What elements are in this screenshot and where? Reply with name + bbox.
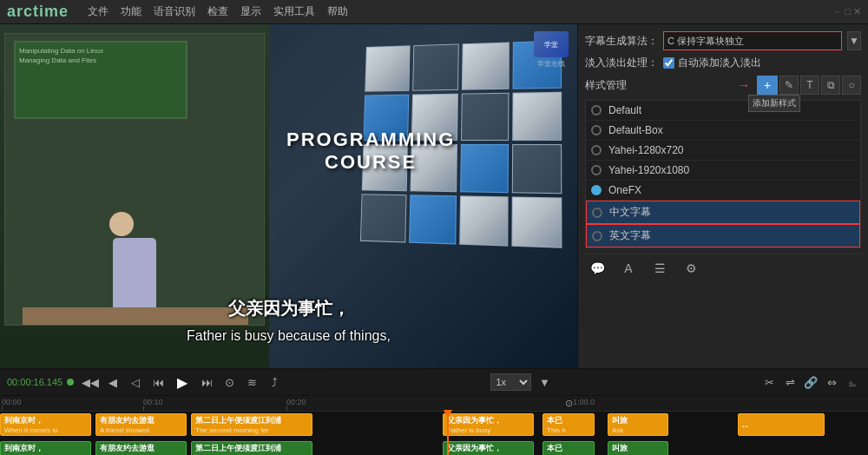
subtitle-en: Father is busy because of things, [0, 328, 577, 344]
watermark-icon: 学堂 [534, 31, 569, 57]
classroom-inner: Manipulating Data on Linux Managing Data… [4, 33, 265, 326]
style-mgmt-label: 样式管理 [585, 78, 738, 93]
cn-block-0[interactable]: 到南京时，When it comes to [0, 413, 91, 436]
style-label-5: 中文字幕 [609, 205, 651, 220]
speed-select[interactable]: 1x 0.5x 1.5x 2x [490, 373, 531, 391]
edit-style-btn[interactable]: ✎ [779, 76, 799, 95]
fade-checkbox[interactable] [663, 57, 674, 69]
export-btn[interactable]: ⤴ [266, 373, 283, 391]
cn-block-sub-text-0: When it comes to [4, 426, 87, 434]
style-label-0: Default [608, 104, 641, 116]
video-content: Manipulating Data on Linux Managing Data… [0, 24, 577, 368]
menu-speech[interactable]: 语音识别 [154, 4, 195, 19]
menu-tools[interactable]: 实用工具 [273, 4, 315, 19]
cn-block-main-text-0: 到南京时， [4, 415, 87, 426]
style-label-2: Yahei-1280x720 [608, 144, 684, 156]
cn-block-main-text-5: 叫旅 [612, 415, 664, 426]
wave-btn[interactable]: ≋ [243, 373, 260, 391]
go-end-btn[interactable]: ⏭ [198, 373, 215, 391]
cn-block-5[interactable]: 叫旅Ask [608, 413, 668, 436]
en-block-0[interactable]: 到南京时，When it comes to [0, 441, 91, 455]
cube-cell [360, 194, 407, 242]
gear-icon-btn[interactable]: ⚙ [679, 258, 703, 279]
en-block-5[interactable]: 叫旅Ask [608, 441, 668, 455]
move-up-btn[interactable]: T [800, 76, 819, 95]
style-item-yahei-1280x720[interactable]: Yahei-1280x720 [586, 141, 860, 161]
cube-cell [459, 195, 508, 246]
ruler-mark-10: 00:10 [143, 398, 163, 406]
style-item-中文字幕[interactable]: 中文字幕 [586, 201, 860, 224]
text-icon-btn[interactable]: A [616, 258, 641, 279]
play-btn[interactable]: ▶ [172, 372, 193, 392]
list-icon-btn[interactable]: ☰ [648, 258, 672, 279]
en-block-1[interactable]: 有朋友约去游逛A friend showed [95, 441, 187, 455]
subtitle-gen-row: 字幕生成算法： ▼ [585, 31, 861, 50]
copy-style-btn[interactable]: ⧉ [821, 76, 840, 95]
underline-icon-btn[interactable]: ⎁ [844, 373, 861, 391]
subtitle-gen-dropdown-btn[interactable]: ▼ [847, 31, 861, 50]
menu-help[interactable]: 帮助 [327, 4, 348, 19]
style-item-英文字幕[interactable]: 英文字幕 [586, 224, 860, 247]
en-block-main-text-4: 本已 [547, 443, 590, 454]
cn-block-sub-text-2: The second morning fer [195, 426, 308, 434]
menu-display[interactable]: 显示 [240, 4, 261, 19]
ruler-line-20 [286, 406, 287, 411]
subtitle-gen-input[interactable] [663, 31, 842, 50]
en-block-4[interactable]: 本已This h [542, 441, 595, 455]
cube-cell [365, 45, 410, 91]
cube-cell [409, 195, 457, 244]
cn-block-3[interactable]: 父亲因为事忙，Father is busy [443, 413, 534, 436]
chalkboard-text: Manipulating Data on Linux Managing Data… [16, 43, 186, 69]
cn-block-main-text-6: ... [742, 420, 820, 429]
cn-block-main-text-3: 父亲因为事忙， [447, 415, 529, 426]
cn-block-4[interactable]: 本已This h [542, 413, 595, 436]
prev-frame-btn[interactable]: ◀◀ [82, 373, 99, 391]
cn-block-main-text-2: 第二日上午便须渡江到浦 [195, 415, 308, 426]
step-back-btn[interactable]: ◀ [104, 373, 122, 391]
cn-block-2[interactable]: 第二日上午便须渡江到浦The second morning fer [191, 413, 312, 436]
ctrl-icons: ✂ ⇌ 🔗 ⇔ ⎁ [760, 373, 861, 391]
menu-file[interactable]: 文件 [88, 4, 108, 19]
en-block-3[interactable]: 父亲因为事忙，Father is busy [443, 441, 534, 455]
watermark-text: 学堂在线 [534, 59, 569, 69]
menu-check[interactable]: 检查 [207, 4, 228, 19]
chat-icon-btn[interactable]: 💬 [585, 258, 609, 279]
style-list: DefaultDefault-BoxYahei-1280x720Yahei-19… [585, 100, 861, 248]
capture-btn[interactable]: ⊙ [220, 373, 238, 391]
step-back2-btn[interactable]: ◁ [127, 373, 144, 391]
cn-block-sub-text-4: This h [547, 426, 590, 434]
video-panel: Manipulating Data on Linux Managing Data… [0, 24, 577, 368]
main-area: Manipulating Data on Linux Managing Data… [0, 24, 868, 368]
cn-block-6[interactable]: ... [738, 413, 825, 436]
en-block-2[interactable]: 第二日上午便须渡江到浦The second morning fer [191, 441, 312, 455]
style-item-default-box[interactable]: Default-Box [586, 121, 860, 141]
style-item-default[interactable]: Default [586, 101, 860, 121]
cut-icon-btn[interactable]: ✂ [760, 373, 778, 391]
cn-block-1[interactable]: 有朋友约去游逛A friend showed [95, 413, 187, 436]
style-item-yahei-1920x1080[interactable]: Yahei-1920x1080 [586, 161, 860, 181]
cn-block-main-text-1: 有朋友约去游逛 [100, 415, 182, 426]
arrows-row: → [738, 78, 750, 92]
right-panel: 字幕生成算法： ▼ 淡入淡出处理： 自动添加淡入淡出 样式管理 → + 添加新样 [577, 24, 868, 368]
cube-cell [511, 196, 562, 247]
speed-dropdown-btn[interactable]: ▼ [536, 373, 554, 391]
style-radio-5 [592, 208, 602, 218]
style-label-1: Default-Box [608, 124, 663, 136]
en-block-main-text-5: 叫旅 [612, 443, 664, 454]
cube-cell [512, 144, 562, 194]
cube-cell [460, 144, 509, 193]
align-icon-btn[interactable]: ⇔ [823, 373, 840, 391]
link-icon-btn[interactable]: 🔗 [802, 373, 819, 391]
delete-style-btn[interactable]: ○ [842, 76, 861, 95]
merge-icon-btn[interactable]: ⇌ [781, 373, 799, 391]
en-block-main-text-1: 有朋友约去游逛 [100, 443, 182, 454]
style-radio-4 [591, 185, 602, 195]
go-start-btn[interactable]: ⏮ [149, 373, 167, 391]
style-label-4: OneFX [608, 184, 641, 196]
add-style-btn[interactable]: + 添加新样式 [757, 76, 778, 95]
menu-bar: arctime 文件 功能 语音识别 检查 显示 实用工具 帮助 － □ ✕ [0, 0, 868, 24]
menu-function[interactable]: 功能 [121, 4, 141, 19]
style-item-onefx[interactable]: OneFX [586, 181, 860, 201]
time-display: 00:00:16.145 [7, 377, 76, 387]
cn-block-main-text-4: 本已 [547, 415, 590, 426]
